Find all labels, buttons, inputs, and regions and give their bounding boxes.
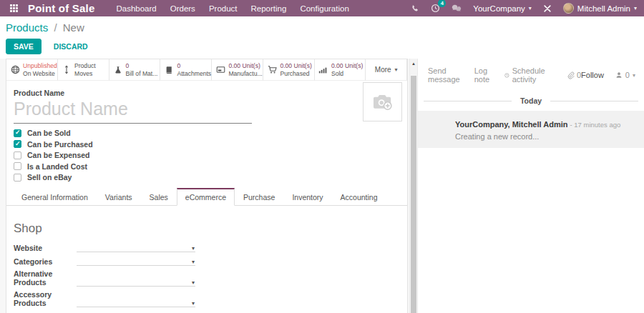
checkbox-sell-on-ebay[interactable]: Sell on eBay [14, 173, 400, 182]
alternative-products-select[interactable]: ▾ [77, 277, 195, 287]
phone-icon[interactable] [411, 4, 419, 13]
caret-down-icon: ▾ [192, 279, 195, 286]
caret-down-icon: ▾ [634, 5, 637, 11]
form-scrollbar[interactable]: ▲ [409, 59, 418, 313]
schedule-activity-button[interactable]: Schedule activity [504, 66, 548, 84]
messages-icon[interactable] [452, 4, 462, 12]
follow-button[interactable]: Follow [581, 71, 604, 79]
main-menu: Dashboard Orders Product Reporting Confi… [116, 4, 362, 13]
menu-orders[interactable]: Orders [170, 4, 195, 13]
breadcrumb: Products / New [6, 21, 638, 34]
paperclip-icon [567, 71, 575, 79]
manufactured-qty: 0.00 Unit(s) [228, 62, 262, 69]
checkbox-icon[interactable] [14, 129, 21, 137]
clock-icon [504, 71, 509, 79]
purchased-button[interactable]: 0.00 Unit(s)Purchased [263, 59, 315, 81]
send-message-button[interactable]: Send message [428, 66, 460, 84]
purchased-qty: 0.00 Unit(s) [280, 62, 311, 69]
checkbox-icon[interactable] [14, 162, 21, 170]
machine-icon [215, 65, 225, 74]
menu-product[interactable]: Product [209, 4, 238, 13]
breadcrumb-products-link[interactable]: Products [6, 21, 48, 34]
activity-clock-icon[interactable]: 4 [431, 4, 440, 13]
checkbox-can-be-purchased[interactable]: Can be Purchased [14, 140, 400, 149]
message-author: YourCompany, Mitchell Admin [455, 120, 567, 129]
caret-down-icon: ▾ [395, 66, 398, 73]
sold-qty: 0.00 Unit(s) [331, 62, 363, 69]
user-name: Mitchell Admin [577, 4, 630, 13]
menu-dashboard[interactable]: Dashboard [116, 4, 156, 13]
categories-select[interactable]: ▾ [77, 256, 195, 266]
bom-count: 0 [126, 62, 158, 69]
tab-inventory[interactable]: Inventory [283, 188, 331, 206]
camera-plus-icon [371, 92, 394, 111]
chatter-toolbar: Send message Log note Schedule activity … [418, 59, 644, 90]
checkbox-can-be-sold[interactable]: Can be Sold [14, 129, 400, 137]
website-select[interactable]: ▾ [77, 242, 195, 252]
caret-down-icon: ▾ [633, 72, 635, 79]
product-name-input[interactable] [14, 98, 252, 124]
scrollbar-thumb[interactable] [411, 76, 416, 313]
ecommerce-tab-content: Shop Website ▾ Categories ▾ Alternative … [6, 206, 407, 313]
app-title[interactable]: Point of Sale [28, 2, 94, 14]
log-note-button[interactable]: Log note [474, 66, 490, 84]
accessory-products-field-row: Accessory Products ▾ [14, 290, 400, 307]
product-type-checkboxes: Can be Sold Can be Purchased Can be Expe… [14, 129, 400, 182]
checkbox-can-be-expensed[interactable]: Can be Expensed [14, 151, 400, 159]
tab-sales[interactable]: Sales [141, 188, 177, 206]
website-field-row: Website ▾ [14, 242, 400, 252]
breadcrumb-current: New [63, 21, 84, 34]
apps-menu-icon[interactable] [10, 4, 18, 12]
tab-purchase[interactable]: Purchase [235, 188, 283, 206]
up-down-arrows-icon [62, 65, 72, 74]
tab-accounting[interactable]: Accounting [332, 188, 386, 206]
scrollbar-up-arrow-icon[interactable]: ▲ [410, 59, 417, 68]
menu-configuration[interactable]: Configuration [300, 4, 348, 13]
date-divider: Today [424, 96, 638, 105]
alternative-products-field-row: Alternative Products ▾ [14, 269, 400, 287]
chatter-panel: Send message Log note Schedule activity … [418, 59, 644, 313]
company-switcher[interactable]: YourCompany ▾ [473, 4, 531, 13]
checkbox-icon[interactable] [14, 140, 21, 148]
accessory-products-select[interactable]: ▾ [77, 297, 195, 307]
checkbox-is-landed-cost[interactable]: Is a Landed Cost [14, 162, 400, 171]
sold-button[interactable]: 0.00 Unit(s)Sold [315, 59, 366, 81]
checkbox-icon[interactable] [14, 151, 21, 159]
person-icon [615, 71, 623, 79]
menu-reporting[interactable]: Reporting [251, 4, 287, 13]
attachments-toggle[interactable]: 0 [567, 71, 581, 79]
globe-icon [10, 65, 20, 74]
product-moves-button[interactable]: ProductMoves [58, 59, 109, 81]
flask-icon [113, 66, 123, 74]
website-publish-button[interactable]: UnpublishedOn Website [6, 59, 58, 81]
followers-dropdown[interactable]: 0 ▾ [615, 71, 635, 79]
more-dropdown-button[interactable]: More ▾ [366, 59, 407, 81]
product-name-label: Product Name [14, 89, 400, 97]
bom-button[interactable]: 0Bill of Mat... [109, 59, 161, 81]
user-avatar [563, 3, 574, 14]
control-panel: Products / New SAVE DISCARD [0, 16, 644, 59]
cart-icon [267, 65, 277, 74]
bar-chart-icon [318, 65, 328, 74]
tab-variants[interactable]: Variants [97, 188, 141, 206]
top-navbar: Point of Sale Dashboard Orders Product R… [0, 0, 644, 16]
discard-button[interactable]: DISCARD [46, 39, 96, 54]
caret-down-icon: ▾ [192, 259, 195, 265]
caret-down-icon: ▾ [192, 245, 195, 252]
save-button[interactable]: SAVE [6, 39, 42, 54]
book-icon [164, 66, 174, 74]
tools-icon[interactable] [543, 4, 552, 13]
manufactured-button[interactable]: 0.00 Unit(s)Manufactu... [212, 59, 263, 81]
checkbox-icon[interactable] [14, 174, 21, 182]
attachments-button[interactable]: 0Attachments [160, 59, 212, 81]
activity-count-badge: 4 [438, 0, 446, 7]
tab-general-information[interactable]: General Information [13, 188, 97, 206]
notebook-tabs: General Information Variants Sales eComm… [6, 188, 407, 206]
content-area: UnpublishedOn Website ProductMoves 0Bill… [0, 59, 644, 313]
chatter-message: YourCompany, Mitchell Admin17 minutes ag… [418, 111, 644, 148]
product-image-upload[interactable] [363, 82, 402, 121]
user-menu[interactable]: Mitchell Admin ▾ [563, 3, 637, 14]
follower-count: 0 [625, 71, 630, 79]
shop-section-title: Shop [14, 222, 400, 236]
tab-ecommerce[interactable]: eCommerce [177, 188, 235, 206]
